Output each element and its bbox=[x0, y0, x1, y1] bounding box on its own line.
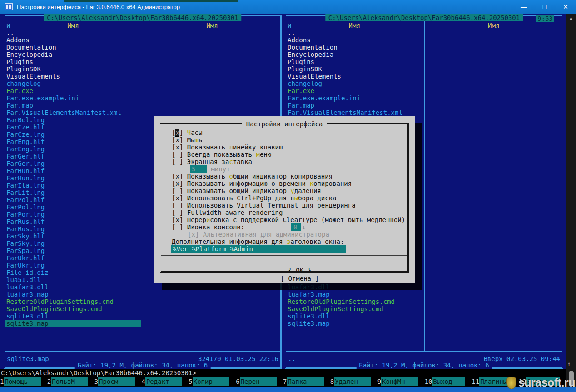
file-item[interactable]: SaveOldPluginSettings.cmd bbox=[286, 305, 423, 313]
file-item[interactable]: FarRus.lng bbox=[5, 225, 141, 233]
right-column-header-1[interactable]: Имя bbox=[349, 22, 360, 29]
fkey-6[interactable]: 6Перен bbox=[236, 377, 283, 386]
file-item[interactable]: lua51.dll bbox=[5, 276, 141, 283]
file-item[interactable]: luafar3.map bbox=[5, 291, 141, 298]
close-button[interactable]: ✕ bbox=[555, 0, 576, 14]
left-panel-separator bbox=[5, 351, 281, 352]
file-item[interactable]: sqlite3.map bbox=[286, 320, 423, 327]
file-item[interactable]: FarPol.lng bbox=[5, 203, 141, 211]
file-item[interactable]: changelog bbox=[5, 80, 141, 87]
checkbox-mouse[interactable]: [x] Мышь bbox=[161, 136, 407, 144]
file-item[interactable]: RestoreOldPluginSettings.cmd bbox=[5, 298, 141, 305]
file-item[interactable]: Far.map bbox=[5, 102, 141, 109]
file-item[interactable]: FarSky.lng bbox=[5, 240, 141, 247]
left-column-header-2[interactable]: Имя bbox=[206, 22, 218, 29]
file-item[interactable]: FarUkr.lng bbox=[5, 262, 141, 269]
left-path-header[interactable]: C:\Users\Aleksandr\Desktop\Far30b6446.x6… bbox=[44, 14, 241, 21]
file-item[interactable]: sqlite3.dll bbox=[286, 313, 423, 320]
file-item[interactable]: VisualElements bbox=[5, 73, 141, 80]
file-item[interactable]: FarBel.lng bbox=[5, 116, 141, 124]
file-item[interactable]: Plugins bbox=[286, 58, 423, 65]
file-item[interactable]: FarEng.hlf bbox=[5, 138, 141, 145]
file-item[interactable]: SaveOldPluginSettings.cmd bbox=[5, 305, 141, 313]
fkey-8[interactable]: 8Удален bbox=[330, 377, 377, 386]
file-item[interactable]: Far.VisualElementsManifest.xml bbox=[5, 109, 141, 116]
checkbox-console-icon[interactable]: [ ] Иконка консоли:0↓ bbox=[161, 223, 407, 231]
ok-button[interactable]: { OK } bbox=[288, 267, 311, 274]
file-item[interactable]: Addons bbox=[5, 36, 141, 44]
file-item[interactable]: RestoreOldPluginSettings.cmd bbox=[286, 298, 423, 305]
scrollbar-up-icon[interactable]: ▲ bbox=[570, 15, 572, 20]
file-item[interactable]: FarPor.lng bbox=[5, 211, 141, 218]
file-item[interactable]: File_id.diz bbox=[5, 269, 141, 276]
file-item[interactable]: Addons bbox=[286, 36, 423, 44]
checkbox-copy-time-info[interactable]: [x] Показывать информацию о времени копи… bbox=[161, 180, 407, 187]
checkbox-virtual-terminal[interactable]: [ ] Использовать Virtual Terminal для ре… bbox=[161, 202, 407, 209]
fkey-7[interactable]: 7Папка bbox=[283, 377, 330, 386]
checkbox-copy-total-indicator[interactable]: [x] Показывать общий индикатор копирован… bbox=[161, 173, 407, 180]
file-item[interactable]: FarGer.lng bbox=[5, 160, 141, 167]
file-item[interactable]: Far.exe.example.ini bbox=[286, 94, 423, 102]
file-item[interactable]: FarCze.hlf bbox=[5, 124, 141, 131]
file-item[interactable]: Far.exe bbox=[5, 87, 141, 94]
file-item[interactable]: VisualElements bbox=[286, 73, 423, 80]
file-item[interactable]: luafar3.dll bbox=[5, 283, 141, 291]
file-item[interactable]: Encyclopedia bbox=[286, 51, 423, 58]
fkey-1[interactable]: 1Помощь bbox=[0, 377, 47, 386]
checkbox-delete-total-indicator[interactable]: [ ] Показывать общий индикатор удаления bbox=[161, 187, 407, 194]
file-item[interactable]: Far.VisualElementsManifest.xml bbox=[286, 109, 423, 116]
file-item[interactable]: FarHun.hlf bbox=[5, 167, 141, 174]
file-item[interactable]: FarPol.hlf bbox=[5, 196, 141, 203]
fkey-4[interactable]: 4Редакт bbox=[141, 377, 189, 386]
checkbox-fullwidth-aware[interactable]: [ ] Fullwidth-aware rendering bbox=[161, 209, 407, 216]
command-line[interactable]: C:\Users\Aleksandr\Desktop\Far30b6446.x6… bbox=[1, 369, 196, 377]
file-item[interactable]: FarLit.lng bbox=[5, 189, 141, 196]
file-item[interactable]: Documentation bbox=[286, 44, 423, 51]
minutes-input[interactable]: 5 bbox=[190, 165, 207, 173]
file-item[interactable]: FarHun.lng bbox=[5, 174, 141, 182]
cancel-button[interactable]: [ Отмена ] bbox=[281, 275, 319, 282]
file-item[interactable]: FarIta.lng bbox=[5, 182, 141, 189]
console-icon-combo[interactable]: 0 bbox=[291, 223, 301, 231]
file-item[interactable]: Plugins bbox=[5, 58, 141, 65]
file-item[interactable]: FarSky.hlf bbox=[5, 233, 141, 240]
right-column-header-2[interactable]: Имя bbox=[488, 22, 499, 29]
checkbox-clock[interactable]: [x] Часы bbox=[161, 129, 407, 136]
fkey-2[interactable]: 2ПользМ bbox=[47, 377, 94, 386]
file-item[interactable]: luafar3.map bbox=[286, 291, 423, 298]
file-item[interactable]: PluginSDK bbox=[5, 65, 141, 73]
file-item[interactable]: .. bbox=[286, 29, 423, 36]
file-item[interactable]: Far.map bbox=[286, 102, 423, 109]
file-item[interactable]: sqlite3.map bbox=[5, 320, 141, 327]
file-item[interactable]: FarRus.hlf bbox=[5, 218, 141, 225]
scrollbar[interactable]: ▲ ↑ bbox=[566, 14, 576, 387]
file-item[interactable]: Far.exe.example.ini bbox=[5, 94, 141, 102]
file-item[interactable]: Far.exe bbox=[286, 87, 423, 94]
fkey-5[interactable]: 5Копир bbox=[189, 377, 236, 386]
checkbox-cleartype-redraw[interactable]: [x] Перерисовка с поддержкой ClearType (… bbox=[161, 216, 407, 223]
left-column-header-1[interactable]: Имя bbox=[67, 22, 79, 29]
file-item[interactable]: FarGer.hlf bbox=[5, 153, 141, 160]
file-item[interactable]: changelog bbox=[286, 80, 423, 87]
file-item[interactable]: Encyclopedia bbox=[5, 51, 141, 58]
minimize-button[interactable]: — bbox=[513, 0, 534, 14]
maximize-button[interactable]: □ bbox=[534, 0, 555, 14]
file-item[interactable]: .. bbox=[5, 29, 141, 36]
file-item[interactable]: FarUkr.hlf bbox=[5, 254, 141, 262]
file-item[interactable]: sqlite3.dll bbox=[5, 313, 141, 320]
fkey-10[interactable]: 10Выход bbox=[424, 377, 472, 386]
checkbox-screensaver[interactable]: [ ] Экранная заставка bbox=[161, 158, 407, 165]
file-item[interactable]: FarEng.lng bbox=[5, 145, 141, 153]
checkbox-keybar[interactable]: [x] Показывать линейку клавиш bbox=[161, 144, 407, 151]
right-path-header[interactable]: C:\Users\Aleksandr\Desktop\Far30b6446.x6… bbox=[325, 14, 523, 21]
title-extra-input[interactable]: %Ver %Platform %Admin bbox=[171, 245, 346, 253]
checkbox-ctrl-pgup-disk[interactable]: [x] Использовать Ctrl+PgUp для выбора ди… bbox=[161, 194, 407, 202]
combo-dropdown-icon[interactable]: ↓ bbox=[302, 223, 305, 231]
file-item[interactable]: PluginSDK bbox=[286, 65, 423, 73]
checkbox-menubar[interactable]: [ ] Всегда показывать меню bbox=[161, 151, 407, 158]
file-item[interactable]: FarCze.lng bbox=[5, 131, 141, 138]
fkey-9[interactable]: 9КонфМн bbox=[377, 377, 425, 386]
file-item[interactable]: FarSpa.lng bbox=[5, 247, 141, 254]
fkey-3[interactable]: 3Просм bbox=[94, 377, 142, 386]
file-item[interactable]: Documentation bbox=[5, 44, 141, 51]
